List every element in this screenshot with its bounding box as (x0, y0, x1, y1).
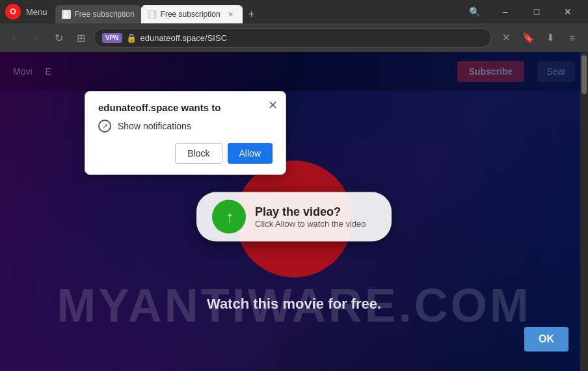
permission-dialog-overlay: edunateoff.space wants to ✕ ↗ Show notif… (0, 52, 588, 371)
permission-dialog: edunateoff.space wants to ✕ ↗ Show notif… (85, 91, 286, 175)
block-button[interactable]: Block (175, 143, 222, 164)
search-window-button[interactable]: 🔍 (459, 0, 489, 23)
window-controls: 🔍 – □ ✕ (459, 0, 583, 23)
title-bar: O Menu 📄 Free subscription 📄 Free subscr… (0, 0, 588, 23)
permission-row: ↗ Show notifications (98, 120, 273, 133)
tabs-area: 📄 Free subscription 📄 Free subscription … (55, 0, 454, 23)
dialog-title: edunateoff.space wants to (98, 102, 273, 113)
opera-logo[interactable]: O (5, 4, 21, 19)
minimize-button[interactable]: – (490, 0, 520, 23)
tab-overview-button[interactable]: ⊞ (72, 29, 90, 47)
reload-button[interactable]: ↻ (49, 29, 68, 47)
permission-label: Show notifications (118, 121, 191, 131)
tab-close-button[interactable]: ✕ (226, 9, 236, 19)
tab-favicon-1: 📄 (62, 10, 71, 19)
address-bar: ‹ › ↻ ⊞ VPN 🔒 edunateoff.space/SISC ✕ 🔖 … (0, 23, 588, 52)
lock-icon: 🔒 (126, 33, 137, 43)
forward-button[interactable]: › (27, 29, 46, 47)
bookmark-button[interactable]: 🔖 (518, 27, 539, 48)
tab-favicon-2: 📄 (148, 10, 157, 19)
allow-button[interactable]: Allow (228, 143, 273, 164)
tab-active[interactable]: 📄 Free subscription ✕ (141, 5, 243, 23)
menu-label[interactable]: Menu (26, 7, 47, 17)
url-text: edunateoff.space/SISC (140, 33, 227, 43)
back-button[interactable]: ‹ (5, 29, 23, 47)
browser-menu-button[interactable]: ≡ (562, 27, 583, 48)
permission-icon: ↗ (98, 120, 111, 133)
tab-label-1: Free subscription (75, 10, 135, 19)
tab-inactive[interactable]: 📄 Free subscription (55, 5, 141, 23)
dialog-buttons: Block Allow (98, 143, 273, 164)
website-content: Movi E Subscribe Sear ↑ Play the video? … (0, 52, 588, 371)
address-actions: ✕ 🔖 ⬇ ≡ (496, 27, 583, 48)
download-button[interactable]: ⬇ (540, 27, 561, 48)
vpn-badge: VPN (102, 33, 122, 43)
tab-label-2: Free subscription (161, 10, 220, 19)
new-tab-button[interactable]: + (243, 5, 261, 23)
clear-url-button[interactable]: ✕ (496, 27, 516, 48)
maximize-button[interactable]: □ (522, 0, 552, 23)
url-bar[interactable]: VPN 🔒 edunateoff.space/SISC (94, 28, 492, 47)
close-button[interactable]: ✕ (553, 0, 583, 23)
dialog-close-button[interactable]: ✕ (268, 98, 278, 112)
